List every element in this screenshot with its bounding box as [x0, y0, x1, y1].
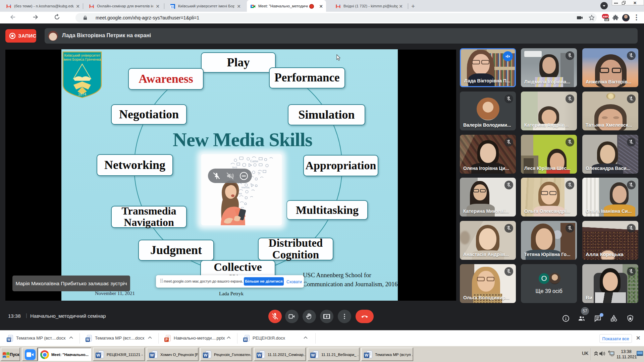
svg-text:W: W [86, 338, 90, 342]
svg-text:Game: Game [250, 159, 258, 163]
svg-text:Київський університет: Київський університет [64, 53, 100, 57]
svg-text:friends: friends [241, 186, 250, 189]
svg-text:W: W [150, 353, 154, 358]
svg-text:65: 65 [605, 18, 608, 21]
svg-text:W: W [244, 338, 247, 342]
svg-text:W: W [204, 353, 208, 358]
svg-text:W: W [365, 353, 369, 358]
svg-text:11: 11 [171, 5, 174, 9]
svg-text:імені Бориса Грінченка: імені Бориса Грінченка [63, 57, 101, 61]
svg-text:P: P [165, 338, 168, 342]
svg-text:W: W [257, 353, 261, 358]
svg-text:W: W [311, 353, 315, 358]
svg-text:ABP: ABP [603, 15, 608, 18]
svg-text:W: W [96, 353, 100, 358]
svg-text:W: W [7, 338, 11, 342]
svg-text:1874: 1874 [78, 92, 86, 96]
svg-text:?!: ?! [258, 172, 260, 176]
